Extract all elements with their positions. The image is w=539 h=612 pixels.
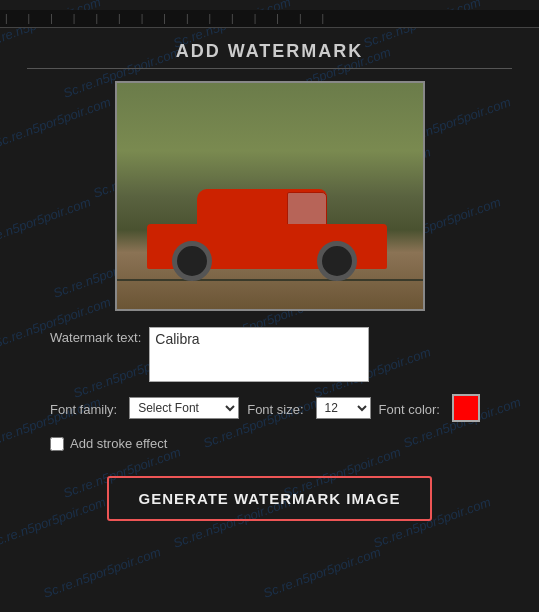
ruler-ticks: ||||| ||||| ||||| — [5, 13, 324, 24]
stroke-row: Add stroke effect — [50, 436, 489, 451]
stroke-label: Add stroke effect — [70, 436, 167, 451]
font-color-label: Font color: — [379, 399, 440, 417]
watermark-text-input[interactable]: Calibra — [149, 327, 369, 382]
font-color-swatch[interactable] — [452, 394, 480, 422]
font-family-label: Font family: — [50, 399, 117, 417]
font-family-select[interactable]: Select Font Arial Times New Roman Courie… — [129, 397, 239, 419]
generate-btn-wrapper: GENERATE WATERMARK IMAGE — [107, 476, 433, 521]
wheel-back — [172, 241, 212, 281]
page-title: ADD WATERMARK — [176, 41, 364, 62]
font-options-row: Font family: Select Font Arial Times New… — [50, 394, 489, 422]
font-size-select[interactable]: 8 10 12 14 16 18 20 24 — [316, 397, 371, 419]
road-line — [117, 279, 423, 281]
stroke-checkbox[interactable] — [50, 437, 64, 451]
font-size-label: Font size: — [247, 399, 303, 417]
car-shape — [147, 194, 387, 269]
wheel-front — [317, 241, 357, 281]
image-preview — [115, 81, 425, 311]
car-body — [147, 224, 387, 269]
car-windshield — [287, 192, 327, 227]
form-area: Watermark text: Calibra Font family: Sel… — [0, 327, 539, 471]
watermark-text-label: Watermark text: — [50, 327, 141, 345]
ruler-bar: ||||| ||||| ||||| — [0, 10, 539, 28]
title-divider — [27, 68, 512, 69]
car-image-bg — [117, 83, 423, 309]
watermark-text-row: Watermark text: Calibra — [50, 327, 489, 382]
generate-watermark-button[interactable]: GENERATE WATERMARK IMAGE — [107, 476, 433, 521]
